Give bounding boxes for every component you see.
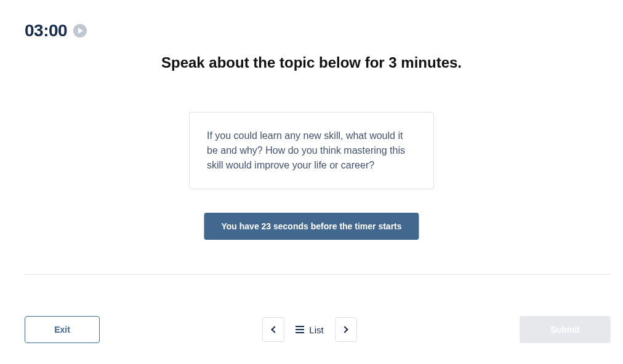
submit-button[interactable]: Submit [520, 316, 611, 343]
countdown-banner: You have 23 seconds before the timer sta… [204, 213, 419, 240]
exit-button[interactable]: Exit [25, 316, 100, 343]
instruction-heading: Speak about the topic below for 3 minute… [0, 54, 623, 71]
topic-card: If you could learn any new skill, what w… [189, 112, 434, 189]
next-button[interactable] [335, 317, 357, 342]
play-triangle [78, 28, 83, 34]
footer: Exit List Submit [25, 316, 611, 343]
list-button[interactable]: List [292, 317, 327, 342]
chevron-left-icon [271, 326, 278, 333]
nav-group: List [262, 317, 356, 342]
topic-text: If you could learn any new skill, what w… [207, 130, 405, 170]
prev-button[interactable] [262, 317, 284, 342]
chevron-right-icon [342, 326, 348, 333]
list-button-label: List [309, 325, 323, 335]
footer-divider [25, 274, 611, 275]
timer-display: 03:00 [25, 21, 67, 41]
play-icon[interactable] [73, 24, 87, 38]
timer-row: 03:00 [25, 21, 87, 41]
hamburger-icon [295, 326, 304, 333]
